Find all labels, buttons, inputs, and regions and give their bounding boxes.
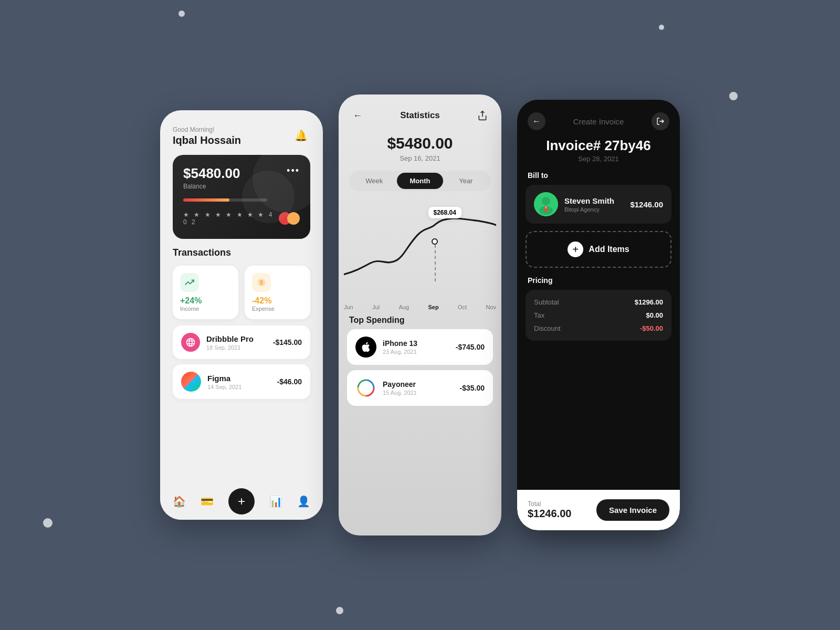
create-invoice-title: Create Invoice (573, 117, 624, 126)
label-aug: Aug (399, 304, 410, 310)
card-progress-fill (183, 198, 229, 202)
period-tabs: Week Month Year (349, 171, 491, 191)
spending-iphone[interactable]: iPhone 13 23 Aug, 2021 -$745.00 (347, 329, 493, 365)
svg-point-8 (542, 197, 550, 205)
chart-data-point (432, 238, 438, 245)
nav-profile[interactable]: 👤 (297, 495, 310, 508)
add-items-label: Add Items (589, 245, 629, 254)
label-nov: Nov (486, 304, 496, 310)
bank-card: ••• $5480.00 Balance ★ ★ ★ ★ ★ ★ ★ ★ 4 0… (173, 155, 310, 239)
nav-stats[interactable]: 📊 (269, 495, 282, 508)
tab-month[interactable]: Month (397, 173, 443, 189)
invoice-back-button[interactable]: ← (528, 112, 545, 130)
bottom-nav: 🏠 💳 + 📊 👤 (160, 483, 323, 520)
client-name: Steven Smith (564, 196, 630, 205)
discount-row: Discount -$50.00 (534, 324, 663, 332)
txn2-name: Figma (207, 374, 277, 383)
stats-amount: $5480.00 (339, 129, 501, 154)
spending2-name: Payoneer (383, 380, 460, 388)
bill-client-card[interactable]: Steven Smith Bitopi Agency $1246.00 (526, 185, 671, 224)
label-jun: Jun (344, 304, 353, 310)
transactions-title: Transactions (173, 247, 310, 258)
exit-button[interactable] (652, 112, 669, 130)
tax-row: Tax $0.00 (534, 311, 663, 319)
apple-logo (355, 337, 376, 358)
label-sep: Sep (428, 304, 438, 310)
subtotal-label: Subtotal (534, 298, 559, 306)
invoice-number: Invoice# 27by46 (517, 135, 680, 155)
bill-to-label: Bill to (517, 171, 680, 185)
client-amount: $1246.00 (630, 200, 663, 209)
expense-label: Expense (252, 306, 303, 312)
chart-svg (344, 202, 496, 286)
nav-card[interactable]: 💳 (201, 495, 214, 508)
subtotal-value: $1296.00 (635, 298, 663, 306)
stats-back-button[interactable]: ← (349, 107, 366, 124)
tab-year[interactable]: Year (443, 173, 489, 189)
txn2-date: 14 Sep, 2021 (207, 384, 277, 390)
txn-figma[interactable]: Figma 14 Sep, 2021 -$46.00 (173, 364, 310, 399)
income-card[interactable]: +24% Income (173, 266, 238, 319)
spending1-amount: -$745.00 (456, 343, 485, 351)
stats-date: Sep 16, 2021 (339, 154, 501, 162)
notification-bell-icon[interactable]: 🔔 (291, 126, 310, 145)
add-items-button[interactable]: + Add Items (526, 231, 671, 268)
income-icon (180, 273, 199, 292)
total-label: Total (528, 500, 571, 508)
share-icon[interactable] (474, 107, 491, 124)
save-invoice-button[interactable]: Save Invoice (596, 499, 669, 521)
nav-add-button[interactable]: + (228, 488, 255, 514)
client-avatar (534, 192, 558, 216)
spending-payoneer[interactable]: Payoneer 15 Aug, 2021 -$35.00 (347, 370, 493, 406)
txn1-amount: -$145.00 (273, 338, 302, 346)
figma-icon (181, 372, 201, 392)
income-label: Income (180, 306, 231, 312)
tax-label: Tax (534, 311, 544, 319)
tax-value: $0.00 (646, 311, 663, 319)
payoneer-icon (357, 379, 375, 397)
pricing-box: Subtotal $1296.00 Tax $0.00 Discount -$5… (526, 290, 671, 341)
label-jul: Jul (372, 304, 380, 310)
greeting-text: Good Morning! (173, 126, 310, 133)
discount-value: -$50.00 (640, 324, 663, 332)
spending2-date: 15 Aug, 2021 (383, 390, 460, 396)
stats-title: Statistics (400, 110, 440, 121)
spending1-date: 23 Aug, 2021 (383, 349, 456, 355)
total-section: Total $1246.00 (528, 500, 571, 520)
label-oct: Oct (458, 304, 467, 310)
invoice-date: Sep 28, 2021 (517, 155, 680, 163)
chart-labels: Jun Jul Aug Sep Oct Nov (339, 304, 501, 310)
invoice-footer: Total $1246.00 Save Invoice (517, 490, 680, 530)
txn1-date: 18 Sep, 2021 (206, 344, 273, 351)
spending2-amount: -$35.00 (460, 384, 485, 392)
statistics-chart: $268.04 (339, 196, 501, 301)
stats-header: ← Statistics (339, 94, 501, 129)
spending1-name: iPhone 13 (383, 339, 456, 348)
chart-dashed-line (435, 245, 436, 281)
top-spending-title: Top Spending (339, 310, 501, 329)
expense-card[interactable]: $ -42% Expense (245, 266, 310, 319)
card-menu-icon[interactable]: ••• (287, 165, 300, 176)
txn-dribbble[interactable]: Dribbble Pro 18 Sep, 2021 -$145.00 (173, 326, 310, 359)
svg-text:$: $ (260, 279, 263, 286)
income-percent: +24% (180, 296, 231, 306)
nav-home[interactable]: 🏠 (173, 495, 186, 508)
phone2-statistics: ← Statistics $5480.00 Sep 16, 2021 Week … (339, 94, 501, 536)
chart-tooltip: $268.04 (428, 207, 461, 218)
client-company: Bitopi Agency (564, 206, 630, 213)
txn1-name: Dribbble Pro (206, 334, 273, 343)
user-name: Iqbal Hossain (173, 134, 310, 146)
total-amount: $1246.00 (528, 508, 571, 520)
txn2-amount: -$46.00 (277, 377, 302, 386)
phone1-wallet: Good Morning! Iqbal Hossain 🔔 ••• $5480.… (160, 110, 323, 520)
subtotal-row: Subtotal $1296.00 (534, 298, 663, 306)
discount-label: Discount (534, 324, 561, 332)
invoice-header: ← Create Invoice (517, 100, 680, 135)
dribbble-icon (181, 333, 200, 352)
add-icon: + (568, 242, 583, 257)
expense-percent: -42% (252, 296, 303, 306)
phone3-invoice: ← Create Invoice Invoice# 27by46 Sep 28,… (517, 100, 680, 530)
tab-week[interactable]: Week (351, 173, 397, 189)
pricing-label: Pricing (517, 276, 680, 290)
expense-icon: $ (252, 273, 271, 292)
